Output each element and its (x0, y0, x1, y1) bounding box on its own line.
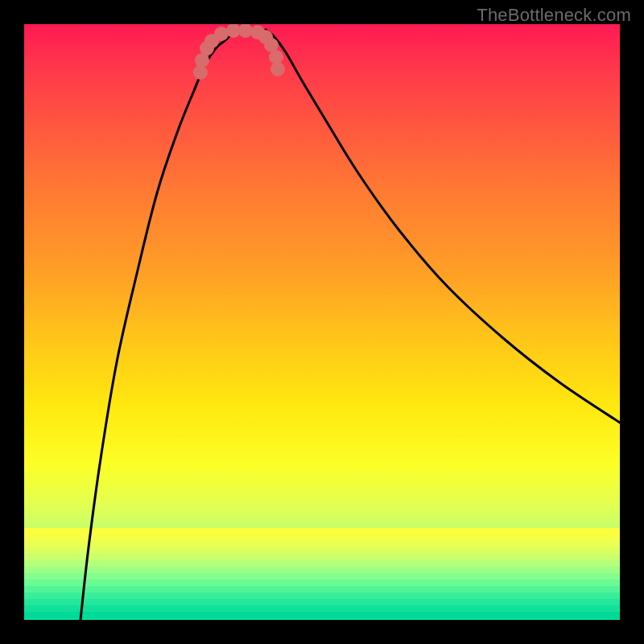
trough-marker (270, 62, 285, 76)
watermark-text: TheBottleneck.com (477, 5, 631, 26)
curve-left-curve (80, 30, 237, 620)
chart-plot-area (24, 24, 620, 620)
chart-svg (24, 24, 620, 620)
curve-right-curve (266, 30, 620, 423)
